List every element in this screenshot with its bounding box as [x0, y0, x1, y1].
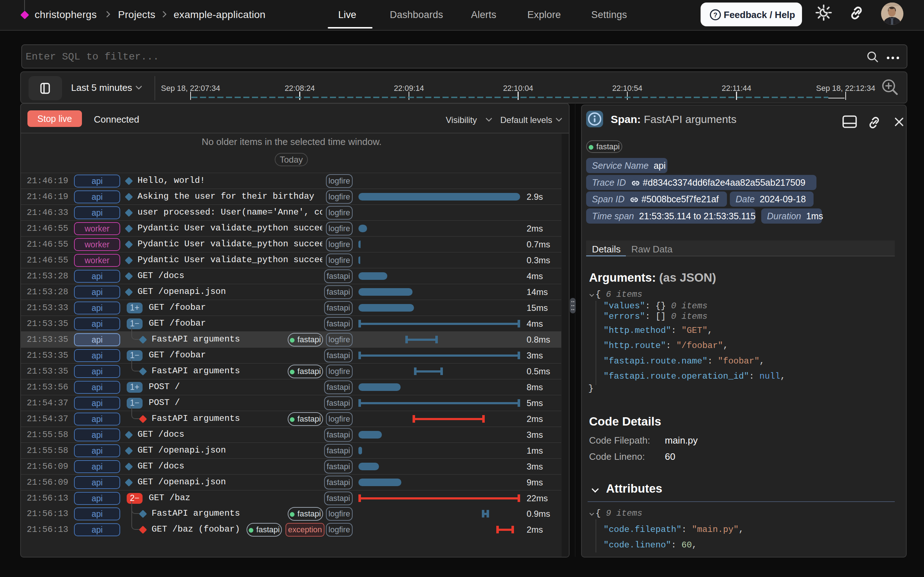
svg-text:?: ?: [714, 11, 717, 19]
